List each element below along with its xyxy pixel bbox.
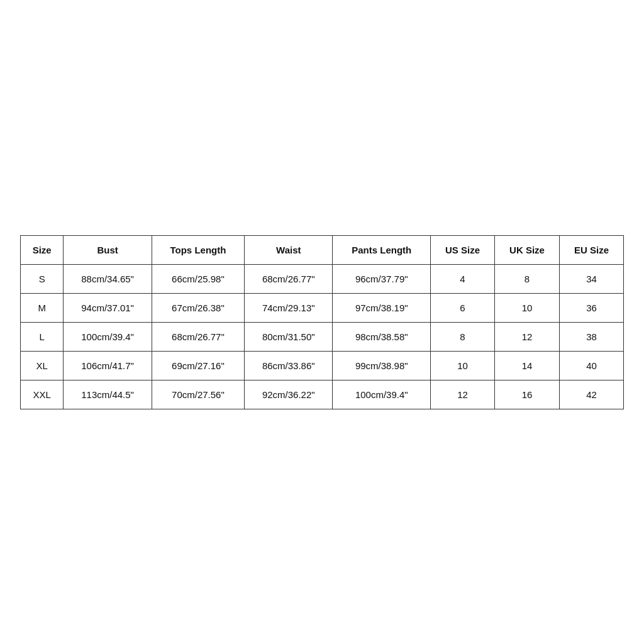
cell-eu-size: 38 [560,322,624,351]
cell-us-size: 8 [431,322,495,351]
cell-uk-size: 8 [494,264,559,293]
table-row: XL106cm/41.7"69cm/27.16"86cm/33.86"99cm/… [21,351,624,380]
cell-us-size: 12 [431,380,495,409]
cell-waist: 74cm/29.13" [245,293,333,322]
header-bust: Bust [64,235,152,264]
cell-waist: 92cm/36.22" [245,380,333,409]
cell-size: S [21,264,64,293]
cell-us-size: 4 [431,264,495,293]
table-row: M94cm/37.01"67cm/26.38"74cm/29.13"97cm/3… [21,293,624,322]
header-tops-length: Tops Length [152,235,244,264]
table-header-row: Size Bust Tops Length Waist Pants Length… [21,235,624,264]
header-waist: Waist [245,235,333,264]
size-chart-table: Size Bust Tops Length Waist Pants Length… [20,235,624,409]
header-eu-size: EU Size [560,235,624,264]
cell-uk-size: 12 [494,322,559,351]
cell-pants-length: 99cm/38.98" [333,351,431,380]
header-pants-length: Pants Length [333,235,431,264]
cell-bust: 94cm/37.01" [64,293,152,322]
cell-bust: 100cm/39.4" [64,322,152,351]
cell-eu-size: 40 [560,351,624,380]
cell-bust: 88cm/34.65" [64,264,152,293]
cell-size: L [21,322,64,351]
cell-uk-size: 14 [494,351,559,380]
cell-pants-length: 97cm/38.19" [333,293,431,322]
cell-tops-length: 70cm/27.56" [152,380,244,409]
cell-pants-length: 98cm/38.58" [333,322,431,351]
header-size: Size [21,235,64,264]
cell-bust: 113cm/44.5" [64,380,152,409]
cell-tops-length: 68cm/26.77" [152,322,244,351]
cell-pants-length: 96cm/37.79" [333,264,431,293]
cell-bust: 106cm/41.7" [64,351,152,380]
table-row: XXL113cm/44.5"70cm/27.56"92cm/36.22"100c… [21,380,624,409]
header-uk-size: UK Size [494,235,559,264]
cell-eu-size: 34 [560,264,624,293]
table-row: L100cm/39.4"68cm/26.77"80cm/31.50"98cm/3… [21,322,624,351]
header-us-size: US Size [431,235,495,264]
cell-tops-length: 67cm/26.38" [152,293,244,322]
cell-size: XXL [21,380,64,409]
size-chart-container: Size Bust Tops Length Waist Pants Length… [20,235,624,409]
cell-eu-size: 36 [560,293,624,322]
cell-tops-length: 66cm/25.98" [152,264,244,293]
cell-us-size: 10 [431,351,495,380]
cell-uk-size: 10 [494,293,559,322]
cell-waist: 86cm/33.86" [245,351,333,380]
cell-uk-size: 16 [494,380,559,409]
cell-size: M [21,293,64,322]
cell-tops-length: 69cm/27.16" [152,351,244,380]
cell-eu-size: 42 [560,380,624,409]
cell-waist: 80cm/31.50" [245,322,333,351]
cell-us-size: 6 [431,293,495,322]
cell-waist: 68cm/26.77" [245,264,333,293]
table-row: S88cm/34.65"66cm/25.98"68cm/26.77"96cm/3… [21,264,624,293]
cell-size: XL [21,351,64,380]
cell-pants-length: 100cm/39.4" [333,380,431,409]
